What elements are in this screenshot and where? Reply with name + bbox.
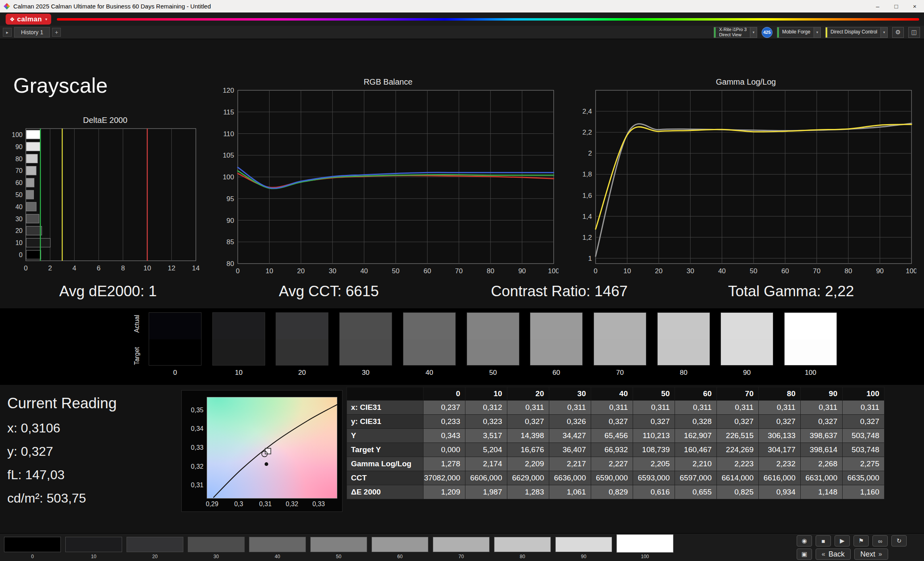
table-cell: 6631,000 (801, 471, 843, 485)
table-cell: 503,748 (843, 429, 885, 443)
current-reading-heading: Current Reading (7, 395, 116, 412)
svg-text:1,4: 1,4 (582, 213, 592, 220)
table-cell: 304,177 (759, 443, 801, 457)
pattern-90-button[interactable] (555, 537, 612, 552)
pattern-level-label: 20 (127, 554, 183, 559)
ramp-swatch-10 (212, 312, 265, 366)
svg-text:0: 0 (19, 251, 23, 258)
reset-button[interactable]: ↻ (891, 535, 907, 546)
table-cell: 0,311 (717, 401, 759, 415)
table-cell: 0,311 (633, 401, 675, 415)
ramp-swatch-0 (149, 312, 201, 366)
table-cell: 2,275 (843, 457, 885, 471)
pattern-10-button[interactable] (65, 537, 122, 552)
workspace-toggle-button[interactable]: ◫ (908, 27, 920, 38)
grayscale-ramp-strip: Actual Target 0102030405060708090100 (0, 308, 924, 385)
svg-text:80: 80 (487, 267, 494, 275)
pattern-40-button[interactable] (249, 537, 306, 552)
table-cell: 0,312 (465, 401, 507, 415)
chart-canvas: 024681012141009080706050403020100 (8, 126, 202, 275)
capture-button[interactable]: ◉ (797, 535, 812, 546)
cie-y-tick: 0,32 (182, 463, 203, 470)
target-swatch (403, 339, 455, 365)
table-cell: 2,210 (675, 457, 717, 471)
table-row: ΔE 20001,2091,9871,2831,0610,8290,6160,6… (347, 485, 885, 499)
back-button[interactable]: « Back (816, 549, 851, 560)
pattern-30-button[interactable] (188, 537, 245, 552)
table-column-header: 70 (717, 387, 759, 401)
pattern-level-label: 60 (372, 554, 428, 559)
svg-text:50: 50 (750, 267, 758, 275)
table-cell: 0,327 (801, 415, 843, 429)
chart-canvas: 0102030405060708090100808590951001051101… (218, 88, 559, 279)
play-button[interactable]: ▶ (835, 535, 850, 546)
close-button[interactable]: × (905, 0, 924, 12)
play-icon: ▶ (840, 537, 845, 544)
svg-text:1,8: 1,8 (582, 170, 592, 178)
pattern-100-button[interactable] (617, 534, 673, 553)
history-expand-button[interactable]: ▸ (3, 28, 12, 37)
table-row-label: x: CIE31 (347, 401, 424, 415)
spectrum-stripe (57, 18, 919, 21)
ramp-level-label: 90 (721, 369, 773, 377)
target-swatch (467, 339, 519, 365)
pattern-0-button[interactable] (4, 537, 61, 552)
pattern-level-label: 100 (617, 554, 673, 559)
table-header-row: 0102030405060708090100 (347, 387, 885, 401)
table-cell: 16,676 (507, 443, 549, 457)
svg-text:0: 0 (594, 267, 597, 275)
table-cell: 0,327 (759, 415, 801, 429)
table-cell: 398,614 (801, 443, 843, 457)
table-cell: 0,326 (549, 415, 591, 429)
table-cell: 0,323 (465, 415, 507, 429)
next-button[interactable]: Next » (854, 549, 888, 560)
table-column-header: 80 (759, 387, 801, 401)
chart-title: DeltaE 2000 (8, 116, 202, 125)
pattern-70-button[interactable] (433, 537, 490, 552)
svg-text:60: 60 (15, 179, 23, 186)
svg-text:10: 10 (143, 264, 151, 272)
svg-text:30: 30 (329, 267, 336, 275)
pattern-level-label: 30 (188, 554, 245, 559)
ramp-swatch-30 (339, 312, 392, 366)
pattern-level-label: 80 (494, 554, 551, 559)
avg-de2000-stat: Avg dE2000: 1 (59, 283, 157, 300)
meter-select[interactable]: X-Rite i1Pro 3 Direct View ▾ (714, 27, 757, 38)
flag-button[interactable]: ⚑ (853, 535, 869, 546)
svg-text:8: 8 (121, 264, 125, 272)
target-swatch (785, 339, 837, 365)
tab-history-1[interactable]: History 1 (14, 27, 50, 37)
table-cell: 0,327 (591, 415, 633, 429)
svg-text:100: 100 (12, 131, 23, 138)
table-cell: 160,467 (675, 443, 717, 457)
table-cell: 0,655 (675, 485, 717, 499)
cie-x-tick: 0,31 (254, 501, 276, 508)
table-cell: 1,148 (801, 485, 843, 499)
pattern-window-button[interactable]: ▣ (797, 549, 812, 560)
continuous-button[interactable]: ∞ (872, 535, 888, 546)
pattern-80-button[interactable] (494, 537, 551, 552)
ramp-level-label: 10 (212, 369, 265, 377)
reading-fl: fL: 147,03 (7, 468, 116, 482)
display-control-select[interactable]: Direct Display Control ▾ (825, 27, 888, 38)
calman-logo-menu[interactable]: ❖ calman ▾ (6, 14, 51, 25)
table-cell: 5,204 (465, 443, 507, 457)
minimize-button[interactable]: – (868, 0, 887, 12)
pattern-50-button[interactable] (310, 537, 367, 552)
ramp-swatch-70 (594, 312, 646, 366)
app-icon (4, 3, 10, 10)
table-row: x: CIE310,2370,3120,3110,3110,3110,3110,… (347, 401, 885, 415)
settings-button[interactable]: ⚙ (892, 27, 904, 38)
pattern-60-button[interactable] (372, 537, 428, 552)
target-swatch (658, 339, 710, 365)
svg-text:70: 70 (813, 267, 820, 275)
table-cell: 0,233 (424, 415, 465, 429)
pattern-20-button[interactable] (127, 537, 183, 552)
window-title: Calman 2025 Calman Ultimate for Business… (13, 3, 211, 10)
add-history-button[interactable]: + (52, 28, 61, 37)
table-cell: 224,269 (717, 443, 759, 457)
ramp-swatch-50 (467, 312, 519, 366)
maximize-button[interactable]: □ (887, 0, 905, 12)
source-select[interactable]: Mobile Forge ▾ (777, 27, 821, 38)
stop-button[interactable]: ■ (816, 535, 831, 546)
